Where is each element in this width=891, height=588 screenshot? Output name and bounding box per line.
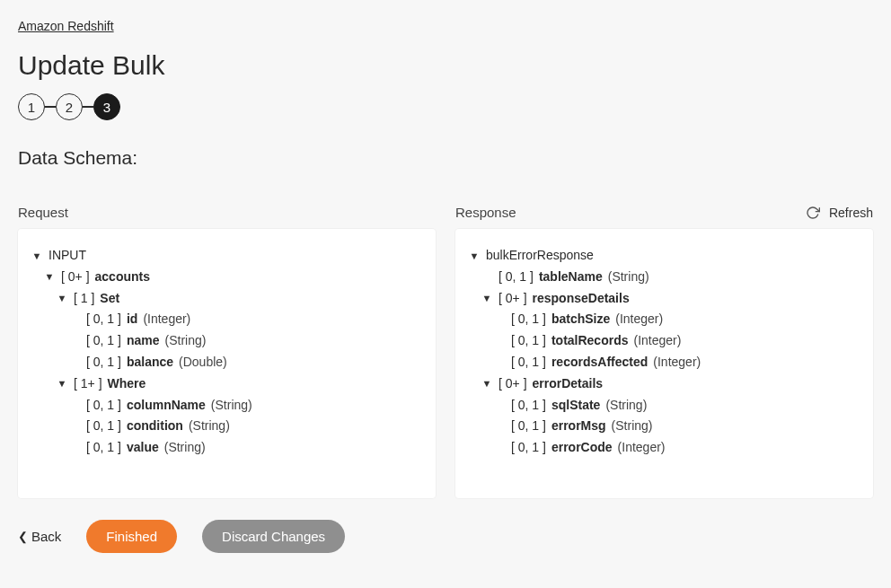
cardinality: [ 0, 1 ] — [498, 267, 534, 288]
cardinality: [ 0, 1 ] — [511, 437, 546, 459]
cardinality: [ 0, 1 ] — [86, 437, 121, 459]
tree-node-set: Set — [100, 288, 119, 310]
request-schema-card: ▼ INPUT ▼ [ 0+ ] accounts ▼ [ 1 ] Set [ … — [18, 229, 436, 498]
cardinality: [ 0, 1 ] — [511, 395, 546, 417]
field-name: errorCode — [551, 437, 613, 459]
step-1[interactable]: 1 — [18, 93, 45, 120]
field-type: (Integer) — [615, 309, 663, 330]
stepper: 1 2 3 — [18, 93, 873, 120]
field-name: totalRecords — [551, 330, 629, 352]
field-type: (String) — [189, 416, 230, 437]
tree-node-accounts: accounts — [95, 267, 150, 288]
cardinality: [ 0, 1 ] — [511, 416, 546, 437]
cardinality: [ 1 ] — [74, 288, 94, 310]
tree-node-responsedetails: responseDetails — [533, 288, 630, 310]
step-connector — [83, 106, 93, 108]
page-title: Update Bulk — [18, 50, 873, 81]
chevron-down-icon[interactable]: ▼ — [56, 375, 68, 392]
cardinality: [ 0, 1 ] — [511, 309, 546, 330]
field-type: (Integer) — [618, 437, 666, 459]
cardinality: [ 0, 1 ] — [86, 309, 121, 330]
refresh-label: Refresh — [829, 206, 873, 220]
step-connector — [45, 106, 56, 108]
tree-node-input: INPUT — [49, 245, 86, 267]
response-schema-card: ▼ bulkErrorResponse [ 0, 1 ] tableName (… — [455, 229, 873, 498]
request-label: Request — [18, 205, 68, 220]
chevron-down-icon[interactable]: ▼ — [31, 248, 43, 265]
field-name: condition — [127, 416, 183, 437]
cardinality: [ 1+ ] — [74, 373, 102, 395]
field-name: batchSize — [551, 309, 610, 330]
field-type: (String) — [164, 437, 206, 459]
back-label: Back — [31, 529, 61, 544]
step-3[interactable]: 3 — [93, 93, 120, 120]
chevron-down-icon[interactable]: ▼ — [43, 268, 56, 285]
field-type: (Integer) — [143, 309, 190, 330]
tree-node-errordetails: errorDetails — [533, 373, 604, 395]
cardinality: [ 0+ ] — [498, 288, 527, 310]
cardinality: [ 0+ ] — [61, 267, 90, 288]
field-type: (String) — [165, 330, 207, 352]
back-button[interactable]: ❮ Back — [18, 529, 61, 544]
tree-node-where: Where — [108, 373, 146, 395]
response-label: Response — [455, 205, 516, 220]
field-name: errorMsg — [551, 416, 606, 437]
field-name: balance — [127, 352, 173, 373]
step-2[interactable]: 2 — [56, 93, 83, 120]
section-title: Data Schema: — [18, 147, 873, 169]
chevron-left-icon: ❮ — [18, 530, 28, 543]
chevron-down-icon[interactable]: ▼ — [468, 248, 481, 265]
field-type: (Double) — [179, 352, 227, 373]
cardinality: [ 0, 1 ] — [511, 352, 546, 373]
field-name: sqlState — [551, 395, 600, 417]
breadcrumb[interactable]: Amazon Redshift — [18, 19, 114, 33]
field-name: columnName — [127, 395, 206, 417]
cardinality: [ 0+ ] — [498, 373, 527, 395]
field-name: id — [127, 309, 137, 330]
field-type: (String) — [605, 395, 647, 417]
tree-node-bulkerror: bulkErrorResponse — [486, 245, 594, 267]
field-type: (String) — [211, 395, 252, 417]
chevron-down-icon[interactable]: ▼ — [481, 375, 493, 392]
chevron-down-icon[interactable]: ▼ — [56, 290, 68, 307]
field-type: (String) — [608, 267, 649, 288]
refresh-icon — [806, 206, 820, 220]
chevron-down-icon[interactable]: ▼ — [481, 290, 493, 307]
field-type: (String) — [612, 416, 653, 437]
discard-changes-button[interactable]: Discard Changes — [202, 520, 345, 553]
field-name: recordsAffected — [551, 352, 648, 373]
field-type: (Integer) — [634, 330, 682, 352]
finished-button[interactable]: Finished — [86, 520, 177, 553]
field-name: tableName — [539, 267, 603, 288]
field-type: (Integer) — [653, 352, 701, 373]
cardinality: [ 0, 1 ] — [86, 352, 121, 373]
cardinality: [ 0, 1 ] — [86, 330, 121, 352]
refresh-button[interactable]: Refresh — [806, 206, 873, 220]
cardinality: [ 0, 1 ] — [86, 416, 121, 437]
cardinality: [ 0, 1 ] — [511, 330, 546, 352]
cardinality: [ 0, 1 ] — [86, 395, 121, 417]
field-name: value — [127, 437, 159, 459]
field-name: name — [127, 330, 160, 352]
